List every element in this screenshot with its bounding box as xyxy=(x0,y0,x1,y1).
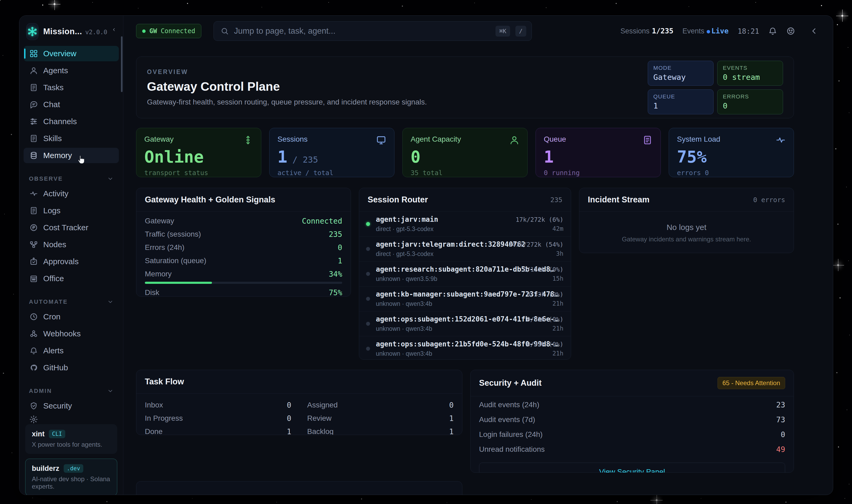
stat-sub: 35 total xyxy=(411,169,519,177)
idle-dot xyxy=(366,297,370,301)
sponsor-badge: CLI xyxy=(49,430,65,438)
stat-system-load[interactable]: System Load 75% errors 0 xyxy=(669,128,794,177)
sidebar-item-label: GitHub xyxy=(43,363,68,372)
session-row[interactable]: agent:kb-manager:subagent:9aed797e-723f-… xyxy=(359,286,571,311)
stat-value: Online xyxy=(144,149,253,165)
sidebar-item-label: Channels xyxy=(43,117,77,126)
taskflow-row: Done1 xyxy=(145,425,291,435)
sessions-count: 1/235 xyxy=(652,27,673,35)
badge-events: EVENTS 0 stream xyxy=(717,61,783,86)
gateway-status-pill[interactable]: GW Connected xyxy=(136,24,201,38)
stat-agent-capacity[interactable]: Agent Capacity 0 35 total xyxy=(402,128,528,177)
sidebar-item-label: Approvals xyxy=(43,257,78,266)
app-version: v2.0.0 xyxy=(85,29,107,36)
database-icon xyxy=(30,151,38,160)
sidebar-item-logs[interactable]: Logs xyxy=(24,203,119,218)
bright-star xyxy=(837,264,839,266)
smiley-icon[interactable] xyxy=(786,26,795,36)
session-row[interactable]: agent:research:subagent:820a711e-db5b-4e… xyxy=(359,261,571,286)
sidebar-item-skills[interactable]: Skills xyxy=(24,131,119,146)
stat-label: Gateway xyxy=(144,135,174,144)
sidebar-item-overview[interactable]: Overview xyxy=(24,46,119,61)
stat-queue[interactable]: Queue 1 0 running xyxy=(536,128,661,177)
sidebar-item-agents[interactable]: Agents xyxy=(24,63,119,78)
pulse-icon xyxy=(776,135,786,145)
section-label: ADMIN xyxy=(29,388,52,394)
stat-sessions[interactable]: Sessions 1 / 235 active / total xyxy=(269,128,395,177)
idle-dot xyxy=(366,347,370,351)
stat-suffix: / 235 xyxy=(287,155,318,165)
search-icon xyxy=(221,27,229,35)
sidebar-section-observe-items: Activity Logs Cost Tracker Nodes Approva… xyxy=(24,186,119,286)
sponsor-card-builderz[interactable]: builderz .dev AI-native dev shop · Solan… xyxy=(25,458,117,495)
sidebar-item-cron[interactable]: Cron xyxy=(24,309,119,324)
sidebar-section-observe[interactable]: OBSERVE xyxy=(24,174,119,186)
page-subtitle: Gateway-first health, session routing, q… xyxy=(147,98,427,106)
taskflow-row: Backlog1 xyxy=(307,425,454,435)
stat-cards: Gateway Online transport status Sessions… xyxy=(136,128,833,177)
network-logo-icon xyxy=(26,23,38,40)
sidebar-item-security[interactable]: Security xyxy=(24,398,119,414)
sidebar-section-automate-items: Cron Webhooks Alerts GitHub xyxy=(24,309,119,375)
shield-check-icon xyxy=(30,402,38,410)
eyebrow: OVERVIEW xyxy=(147,69,427,76)
panel-collapse-button[interactable] xyxy=(810,27,818,35)
next-card-partial xyxy=(136,481,463,495)
sidebar-item-chat[interactable]: Chat xyxy=(24,97,119,112)
sidebar-section-admin[interactable]: ADMIN xyxy=(24,386,119,398)
global-search[interactable]: ⌘K / xyxy=(214,21,532,41)
stat-sub: active / total xyxy=(277,169,386,177)
stat-gateway[interactable]: Gateway Online transport status xyxy=(136,128,261,177)
sidebar-scrollbar[interactable] xyxy=(121,36,123,92)
sidebar-collapse-button[interactable] xyxy=(112,28,116,36)
sidebar-item-memory[interactable]: Memory xyxy=(24,148,119,163)
session-row[interactable]: agent:jarv:telegram:direct:328940762dire… xyxy=(359,236,571,261)
badge-value: 1 xyxy=(653,101,708,110)
health-row: Disk75% xyxy=(145,286,342,296)
card-title: Gateway Health + Golden Signals xyxy=(145,195,275,204)
stat-value: 75% xyxy=(677,149,786,165)
notifications-bell-icon[interactable] xyxy=(768,26,777,36)
sidebar-item-tasks[interactable]: Tasks xyxy=(24,80,119,95)
taskflow-row: In Progress0 xyxy=(145,412,291,425)
clock: 18:21 xyxy=(738,27,759,35)
sidebar-item-activity[interactable]: Activity xyxy=(24,186,119,201)
search-input[interactable] xyxy=(234,26,490,36)
badge-label: QUEUE xyxy=(653,93,708,100)
sidebar-section-automate[interactable]: AUTOMATE xyxy=(24,297,119,309)
transport-icon xyxy=(243,135,253,145)
calendar-icon xyxy=(30,274,38,283)
person-icon xyxy=(509,135,519,145)
badge-value: 0 stream xyxy=(723,73,778,82)
sidebar-item-alerts[interactable]: Alerts xyxy=(24,343,119,358)
sidebar-item-nodes[interactable]: Nodes xyxy=(24,237,119,252)
gw-state: Connected xyxy=(161,27,195,35)
view-security-panel-button[interactable]: View Security Panel xyxy=(479,463,785,473)
sidebar-item-label: Overview xyxy=(43,49,76,58)
coin-icon xyxy=(30,223,38,232)
content: OVERVIEW Gateway Control Plane Gateway-f… xyxy=(123,47,833,495)
sidebar-item-channels[interactable]: Channels xyxy=(24,114,119,129)
sidebar-item-office[interactable]: Office xyxy=(24,271,119,286)
sidebar-nav: Overview Agents Tasks Chat Channels Skil… xyxy=(24,46,119,163)
badge-label: ERRORS xyxy=(723,93,778,100)
sponsor-card-xint[interactable]: xint CLI X power tools for agents. xyxy=(25,424,117,454)
sponsor-badge: .dev xyxy=(64,464,84,473)
bell-icon xyxy=(30,346,38,355)
inbox-check-icon xyxy=(30,257,38,266)
session-row[interactable]: agent:ops:subagent:21b5fd0e-524b-48f0-99… xyxy=(359,336,571,360)
session-row[interactable]: agent:jarv:maindirect · gpt-5.3-codex 17… xyxy=(359,211,571,236)
topbar: GW Connected ⌘K / Sessions 1/235 Events … xyxy=(123,16,833,47)
sidebar-item-cost-tracker[interactable]: Cost Tracker xyxy=(24,220,119,235)
idle-dot xyxy=(366,272,370,276)
sidebar-item-partial[interactable] xyxy=(24,415,119,424)
security-audit-card: Security + Audit 65 - Needs Attention Au… xyxy=(470,370,794,473)
sidebar-item-github[interactable]: GitHub xyxy=(24,360,119,375)
app-title: Mission... xyxy=(43,27,82,36)
sidebar-item-webhooks[interactable]: Webhooks xyxy=(24,326,119,341)
bright-star xyxy=(841,15,843,17)
sidebar-item-label: Logs xyxy=(43,206,60,215)
session-row[interactable]: agent:ops:subagent:152d2061-e074-41fb-8e… xyxy=(359,311,571,336)
sidebar-item-label: Agents xyxy=(43,66,68,75)
sidebar-item-approvals[interactable]: Approvals xyxy=(24,254,119,269)
